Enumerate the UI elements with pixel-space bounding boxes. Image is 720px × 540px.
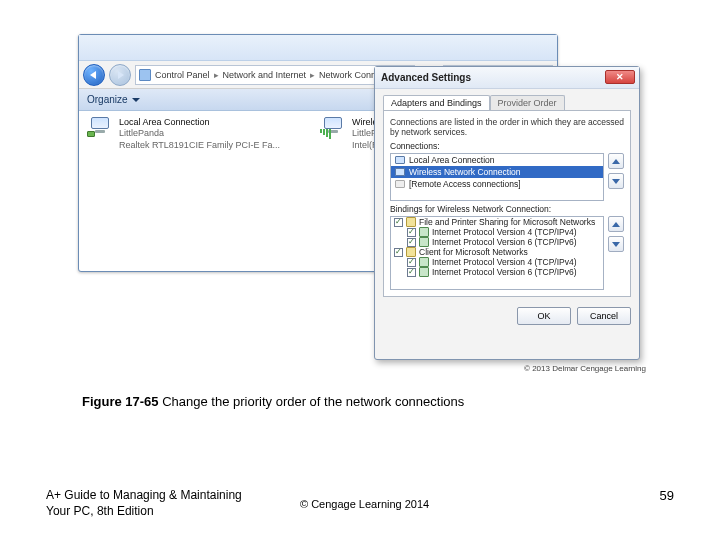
arrow-up-icon (612, 159, 620, 164)
binding-item[interactable]: Internet Protocol Version 4 (TCP/IPv4) (391, 227, 603, 237)
adapter-icon (395, 156, 405, 164)
image-credit: © 2013 Delmar Cengage Learning (396, 364, 646, 373)
organize-menu[interactable]: Organize (87, 94, 128, 105)
move-down-button[interactable] (608, 173, 624, 189)
close-button[interactable]: ✕ (605, 70, 635, 84)
adapter-icon (395, 168, 405, 176)
checkbox[interactable] (394, 218, 403, 227)
protocol-icon (419, 267, 429, 277)
crumb-2[interactable]: Network and Internet (223, 70, 307, 80)
control-panel-icon (139, 69, 151, 81)
window-titlebar (79, 35, 557, 61)
figure-number: Figure 17-65 (82, 394, 159, 409)
connections-label: Connections: (390, 141, 624, 151)
dialog-title: Advanced Settings (381, 72, 471, 83)
move-up-button[interactable] (608, 153, 624, 169)
tab-adapters-bindings[interactable]: Adapters and Bindings (383, 95, 490, 110)
chevron-right-icon: ▸ (310, 70, 315, 80)
service-icon (406, 247, 416, 257)
crumb-1[interactable]: Control Panel (155, 70, 210, 80)
connection-lan[interactable]: Local Area Connection LittlePanda Realte… (87, 117, 280, 151)
connections-listbox[interactable]: Local Area ConnectionWireless Network Co… (390, 153, 604, 201)
checkbox[interactable] (407, 228, 416, 237)
figure-text: Change the priority order of the network… (159, 394, 465, 409)
dialog-titlebar: Advanced Settings ✕ (375, 67, 639, 89)
list-item[interactable]: Wireless Network Connection (391, 166, 603, 178)
ok-button[interactable]: OK (517, 307, 571, 325)
checkbox[interactable] (407, 258, 416, 267)
breadcrumb[interactable]: Control Panel ▸ Network and Internet ▸ N… (135, 65, 415, 85)
wifi-icon (320, 117, 346, 139)
checkbox[interactable] (407, 268, 416, 277)
bindings-label: Bindings for Wireless Network Connection… (390, 204, 624, 214)
arrow-down-icon (612, 242, 620, 247)
arrow-down-icon (612, 179, 620, 184)
chevron-down-icon (132, 98, 140, 102)
cancel-button[interactable]: Cancel (577, 307, 631, 325)
list-item[interactable]: [Remote Access connections] (391, 178, 603, 190)
conn-name: Local Area Connection (119, 117, 280, 128)
checkbox[interactable] (394, 248, 403, 257)
service-icon (406, 217, 416, 227)
description-text: Connections are listed in the order in w… (390, 117, 624, 137)
close-icon: ✕ (616, 72, 624, 82)
remote-access-icon (395, 180, 405, 188)
book-title: A+ Guide to Managing & Maintaining Your … (46, 488, 242, 519)
move-down-button[interactable] (608, 236, 624, 252)
back-button[interactable] (83, 64, 105, 86)
advanced-settings-dialog: Advanced Settings ✕ Adapters and Binding… (374, 66, 640, 360)
protocol-icon (419, 257, 429, 267)
copyright: © Cengage Learning 2014 (300, 498, 429, 510)
slide: Control Panel ▸ Network and Internet ▸ N… (0, 0, 720, 540)
protocol-icon (419, 227, 429, 237)
list-item[interactable]: Local Area Connection (391, 154, 603, 166)
binding-item[interactable]: Internet Protocol Version 4 (TCP/IPv4) (391, 257, 603, 267)
tab-provider-order[interactable]: Provider Order (490, 95, 565, 110)
dialog-button-row: OK Cancel (375, 301, 639, 331)
forward-button[interactable] (109, 64, 131, 86)
protocol-icon (419, 237, 429, 247)
tab-strip: Adapters and Bindings Provider Order (383, 95, 631, 110)
dialog-body: Adapters and Bindings Provider Order Con… (375, 89, 639, 301)
ethernet-icon (87, 117, 113, 139)
tab-panel: Connections are listed in the order in w… (383, 110, 631, 297)
binding-item[interactable]: File and Printer Sharing for Microsoft N… (391, 217, 603, 227)
checkbox[interactable] (407, 238, 416, 247)
figure-caption: Figure 17-65 Change the priority order o… (82, 394, 642, 409)
conn-device: Realtek RTL8191CIE Family PCI-E Fa... (119, 140, 280, 151)
page-number: 59 (660, 488, 674, 503)
arrow-up-icon (612, 222, 620, 227)
binding-item[interactable]: Internet Protocol Version 6 (TCP/IPv6) (391, 237, 603, 247)
binding-item[interactable]: Client for Microsoft Networks (391, 247, 603, 257)
conn-status: LittlePanda (119, 128, 280, 139)
move-up-button[interactable] (608, 216, 624, 232)
binding-item[interactable]: Internet Protocol Version 6 (TCP/IPv6) (391, 267, 603, 277)
bindings-listbox[interactable]: File and Printer Sharing for Microsoft N… (390, 216, 604, 290)
chevron-right-icon: ▸ (214, 70, 219, 80)
